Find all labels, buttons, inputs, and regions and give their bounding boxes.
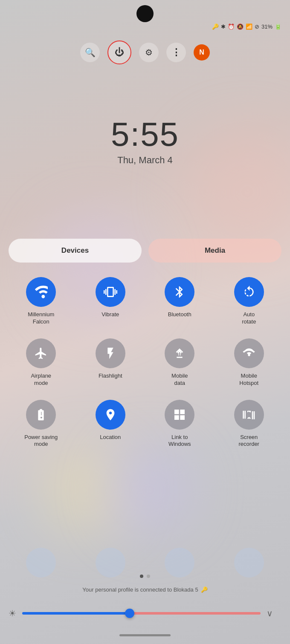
tile-label-wifi: Millennium Falcon <box>28 311 54 326</box>
search-button[interactable]: 🔍 <box>80 43 100 62</box>
tile-label-airplane: Airplane mode <box>31 373 51 387</box>
tile-screenrecorder[interactable]: Screen recorder <box>217 400 282 448</box>
brightness-track[interactable] <box>22 612 261 615</box>
mute-icon: 🔕 <box>237 23 244 30</box>
search-icon: 🔍 <box>85 47 96 58</box>
status-message: Your personal profile is connected to Bl… <box>0 586 290 593</box>
block-icon: ⊘ <box>255 23 259 30</box>
wifi-status-icon: 📶 <box>246 23 252 30</box>
page-dot-1 <box>140 575 143 578</box>
tile-label-mobiledata: Mobile data <box>171 373 188 387</box>
alarm-icon: ⏰ <box>228 23 235 30</box>
settings-button[interactable]: ⚙ <box>139 43 159 62</box>
battery-percent: 31% <box>261 23 273 30</box>
more-button[interactable]: ⋮ <box>166 43 186 62</box>
settings-icon: ⚙ <box>145 47 153 58</box>
top-action-bar: 🔍 ⏻ ⚙ ⋮ N <box>0 40 290 64</box>
avatar-label: N <box>199 49 204 56</box>
page-dot-2 <box>147 575 150 578</box>
bottom-handle <box>119 634 171 636</box>
page-dots <box>0 575 290 578</box>
clock-time: 5:55 <box>0 115 290 154</box>
more-icon: ⋮ <box>171 47 181 58</box>
partial-tile-3 <box>165 548 194 578</box>
tile-hotspot[interactable]: Mobile Hotspot <box>217 338 282 387</box>
tile-linktowindows[interactable]: Link to Windows <box>147 400 212 448</box>
tile-icon-vibrate <box>96 277 125 307</box>
tile-label-flashlight: Flashlight <box>99 373 122 380</box>
tile-location[interactable]: Location <box>78 400 143 448</box>
tile-icon-autorotate <box>234 277 264 307</box>
tile-icon-wifi <box>26 277 56 307</box>
status-message-text: Your personal profile is connected to Bl… <box>82 586 198 593</box>
key-status-icon: 🔑 <box>201 586 208 593</box>
quick-tiles-grid: Millennium FalconVibrateBluetoothAuto ro… <box>9 277 281 448</box>
partial-tile-1 <box>26 548 56 578</box>
tile-airplane[interactable]: Airplane mode <box>9 338 74 387</box>
bottom-partial-tiles <box>9 548 281 578</box>
brightness-thumb[interactable] <box>125 609 134 618</box>
tile-vibrate[interactable]: Vibrate <box>78 277 143 326</box>
tile-label-autorotate: Auto rotate <box>242 311 256 326</box>
clock-date: Thu, March 4 <box>0 155 290 166</box>
bluetooth-status-icon: ✱ <box>221 23 226 30</box>
partial-tile-4 <box>234 548 264 578</box>
tile-flashlight[interactable]: Flashlight <box>78 338 143 387</box>
tile-icon-linktowindows <box>165 400 194 430</box>
tile-mobiledata[interactable]: Mobile data <box>147 338 212 387</box>
tile-icon-bluetooth <box>165 277 194 307</box>
tile-icon-flashlight <box>96 338 125 368</box>
tile-icon-airplane <box>26 338 56 368</box>
tile-label-bluetooth: Bluetooth <box>168 311 191 318</box>
devices-tab[interactable]: Devices <box>9 239 142 263</box>
key-icon: 🔑 <box>212 23 219 30</box>
tile-wifi[interactable]: Millennium Falcon <box>9 277 74 326</box>
brightness-sun-icon: ☀ <box>9 608 16 618</box>
tile-label-hotspot: Mobile Hotspot <box>239 373 258 387</box>
tile-icon-mobiledata <box>165 338 194 368</box>
tile-label-vibrate: Vibrate <box>102 311 119 318</box>
tab-row: Devices Media <box>9 239 281 263</box>
tile-bluetooth[interactable]: Bluetooth <box>147 277 212 326</box>
media-tab[interactable]: Media <box>148 239 281 263</box>
power-button[interactable]: ⏻ <box>107 40 131 64</box>
tile-label-location: Location <box>100 434 121 441</box>
tile-icon-hotspot <box>234 338 264 368</box>
tile-icon-location <box>96 400 125 430</box>
status-bar: 🔑 ✱ ⏰ 🔕 📶 ⊘ 31% 🔋 <box>212 23 281 30</box>
power-icon: ⏻ <box>115 47 124 58</box>
tile-autorotate[interactable]: Auto rotate <box>217 277 282 326</box>
tile-icon-screenrecorder <box>234 400 264 430</box>
tile-powersaving[interactable]: Power saving mode <box>9 400 74 448</box>
tile-icon-powersaving <box>26 400 56 430</box>
partial-tile-2 <box>96 548 125 578</box>
clock-section: 5:55 Thu, March 4 <box>0 115 290 166</box>
notification-avatar[interactable]: N <box>194 44 210 61</box>
tile-label-linktowindows: Link to Windows <box>168 434 191 448</box>
brightness-row: ☀ ∨ <box>9 608 273 618</box>
camera-pill <box>136 5 154 22</box>
brightness-chevron-icon[interactable]: ∨ <box>267 608 273 618</box>
tile-label-powersaving: Power saving mode <box>24 434 58 448</box>
battery-icon: 🔋 <box>275 23 281 30</box>
tile-label-screenrecorder: Screen recorder <box>239 434 259 448</box>
